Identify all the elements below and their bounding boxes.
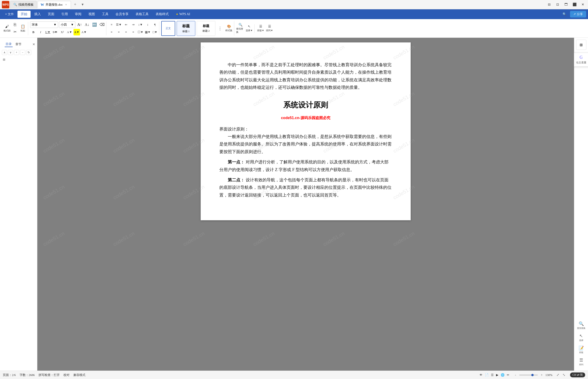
styles-group: 正文 标题 标题 1 标题 标题 2 ⋮ 🎨 样式集 <box>160 21 234 36</box>
outdent-button[interactable]: ⇐ <box>123 21 129 28</box>
menu-insert[interactable]: 插入 <box>31 11 44 18</box>
proofread-button[interactable]: 校对 <box>64 373 69 377</box>
doc-area[interactable]: code51.cn code51.cn code51.cn code51.cn … <box>37 38 574 371</box>
spell-check[interactable]: 拼写检查：打开 <box>38 373 60 377</box>
sidebar-minus-button[interactable]: − <box>20 50 25 55</box>
menu-references[interactable]: 引用 <box>58 11 71 18</box>
sidebar-add-button[interactable]: + <box>14 50 19 55</box>
doc-outline-button[interactable]: ⊞ <box>576 40 586 50</box>
sidebar-refresh-button[interactable]: ↻ <box>26 50 31 55</box>
zoom-shrink-button[interactable]: ⤡ <box>562 373 566 377</box>
menu-table-style[interactable]: 表格样式 <box>152 11 172 18</box>
layout-button[interactable]: ☰ 排版▼ <box>256 24 265 33</box>
restore-button[interactable]: 🗖 <box>563 1 569 8</box>
underline-button[interactable]: U▼ <box>45 29 51 35</box>
heading1-style-button[interactable]: 标题 标题 1 <box>177 21 195 36</box>
menu-review[interactable]: 审阅 <box>72 11 85 18</box>
clear-format-button[interactable]: ⌫ <box>99 21 105 28</box>
menu-wps-ai[interactable]: ✦ WPS AI <box>172 11 193 18</box>
search-replace-btn[interactable]: 🔍 查找替换 <box>576 320 586 331</box>
align-center-button[interactable]: ≡ <box>116 29 122 35</box>
sidebar-tab-chapter[interactable]: 章节 <box>15 42 22 47</box>
char-border-button[interactable]: A▼ <box>81 29 87 35</box>
normal-style-button[interactable]: 正文 <box>161 21 175 36</box>
font-format-button[interactable]: 🔤 <box>91 21 98 28</box>
zoom-fullscreen-button[interactable]: ⤢ <box>555 373 560 377</box>
superscript-button[interactable]: X² <box>59 29 66 35</box>
view-icon-5[interactable]: 🌐 <box>501 373 504 377</box>
font-size-selector[interactable]: 小四 ▼ <box>59 21 75 28</box>
layout-right-btn[interactable]: 📝 排版 <box>576 345 586 355</box>
shading-button[interactable]: ▦▼ <box>144 29 151 35</box>
tab-nav-arrow[interactable]: ▼ <box>79 1 86 8</box>
minimize-button[interactable]: ⊟ <box>546 1 553 8</box>
select-right-btn[interactable]: ↖ 选择 <box>576 332 586 343</box>
maximize-button[interactable]: ⊡ <box>554 1 561 8</box>
menu-vip[interactable]: 会员专享 <box>112 11 132 18</box>
menu-page[interactable]: 页面 <box>45 11 58 18</box>
select-button[interactable]: ↖ 选择▼ <box>245 24 253 33</box>
decrease-font-button[interactable]: A↓ <box>84 21 90 28</box>
language-toggle[interactable]: CH ⇄ 简 <box>570 372 585 377</box>
font-selector[interactable]: 宋体 ▼ <box>30 21 58 28</box>
align-left-button[interactable]: ≡ <box>108 29 115 35</box>
word-count: 字数：2686 <box>20 373 35 377</box>
cut-button[interactable]: ✂ <box>12 29 18 35</box>
highlight-button[interactable]: A▼ <box>73 29 80 35</box>
fullscreen-button[interactable]: ⬛ <box>571 1 578 8</box>
close-button[interactable]: ✕ <box>580 1 586 8</box>
search-button[interactable]: 🔍 <box>561 11 568 17</box>
zoom-slider[interactable] <box>519 375 538 376</box>
sidebar-down-button[interactable]: ∨ <box>8 50 13 55</box>
strikethrough-button[interactable]: S▼ <box>52 29 58 35</box>
sidebar-tab-toc[interactable]: 目录 <box>5 42 13 47</box>
view-icon-2[interactable]: 📄 <box>485 373 488 377</box>
sidebar-header: 目录 章节 ✕ <box>0 40 37 49</box>
share-button[interactable]: ↗ 分享 <box>570 11 586 17</box>
format-brush-button[interactable]: 🖌 格式刷 <box>3 24 11 33</box>
justify-button[interactable]: ≡ <box>130 29 136 35</box>
add-tab-button[interactable]: + <box>72 1 78 8</box>
paste-button[interactable]: 📋 粘贴 <box>19 24 27 33</box>
para2: 第一点： 对用户进行分析，了解用户使用系统的目的，以及使用系统的方式，考虑大部分… <box>219 158 392 174</box>
styles-more-button[interactable]: ⋮ <box>217 25 223 32</box>
tab-template[interactable]: 🔍 找稿壳模板 <box>10 1 37 8</box>
menu-tools[interactable]: 工具 <box>99 11 112 18</box>
sidebar-close-button[interactable]: ✕ <box>33 42 35 46</box>
show-para-button[interactable]: ¶ <box>152 21 158 28</box>
select-label: 选择 <box>579 339 583 342</box>
border-button[interactable]: □▼ <box>152 29 158 35</box>
menu-home[interactable]: 开始 <box>17 11 31 18</box>
menu-view[interactable]: 视图 <box>85 11 98 18</box>
font-color-a-button[interactable]: A▼ <box>66 29 73 35</box>
tab-doc[interactable]: W 开题报告.doc × <box>38 1 71 8</box>
sidebar-up-button[interactable]: ∧ <box>2 50 7 55</box>
bold-button[interactable]: B <box>30 29 37 35</box>
increase-font-button[interactable]: A↑ <box>76 21 83 28</box>
arrange-right-btn[interactable]: ☰ 排列 <box>576 357 586 367</box>
copy-button[interactable]: ⎘ <box>12 22 18 28</box>
sort-button[interactable]: ↕ <box>144 21 151 28</box>
view-icon-1[interactable]: 👁 <box>480 373 483 377</box>
view-icon-6[interactable]: ✏ <box>507 373 509 377</box>
menu-table-tools[interactable]: 表格工具 <box>132 11 152 18</box>
styles-panel-button[interactable]: 🎨 样式集 <box>225 24 233 33</box>
arrange-button[interactable]: ☰ 排列▼ <box>265 24 274 33</box>
find-replace-button[interactable]: 🔍 查找替换 <box>236 24 245 33</box>
tab-doc-close[interactable]: × <box>64 3 68 7</box>
view-icon-4[interactable]: ▶ <box>496 373 498 377</box>
align-right-button[interactable]: ≡ <box>123 29 129 35</box>
indent-button[interactable]: ⇒ <box>130 21 136 28</box>
unordered-list-button[interactable]: ≡ <box>108 21 115 28</box>
zoom-in-button[interactable]: + <box>539 373 544 377</box>
essay-check-panel[interactable]: G 论文查重 <box>572 53 588 67</box>
view-icon-3[interactable]: ☰ <box>491 373 494 377</box>
ordered-list-button[interactable]: ☰▼ <box>116 21 122 28</box>
para-layout-button[interactable]: ☐▼ <box>137 29 144 35</box>
format-brush-label: 格式刷 <box>3 29 11 32</box>
heading2-style-button[interactable]: 标题 标题 2 <box>197 21 215 36</box>
line-spacing-button[interactable]: ↕▼ <box>137 21 144 28</box>
menu-file[interactable]: ≡ 文件 <box>2 11 17 18</box>
zoom-out-button[interactable]: - <box>513 373 518 377</box>
italic-button[interactable]: I <box>37 29 44 35</box>
